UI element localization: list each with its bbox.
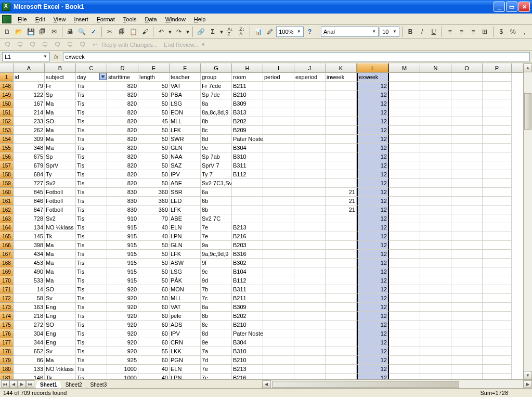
font-combo[interactable]: Arial ▼	[321, 27, 379, 37]
cell[interactable]	[294, 356, 326, 365]
cell[interactable]: B209	[232, 126, 263, 135]
cell[interactable]	[263, 267, 294, 276]
cell[interactable]: 9c	[201, 267, 232, 276]
cell[interactable]	[263, 152, 294, 161]
cell[interactable]	[420, 206, 451, 214]
cell[interactable]: 820	[107, 117, 138, 126]
cell[interactable]: Sv2 7C	[201, 214, 232, 223]
open-icon[interactable]: 📂	[14, 26, 24, 37]
cell[interactable]: Fotboll	[45, 197, 76, 206]
cell[interactable]	[326, 223, 357, 232]
cell[interactable]	[483, 312, 512, 321]
cell[interactable]: 12	[357, 267, 389, 276]
cell[interactable]	[389, 179, 420, 188]
cell[interactable]	[420, 126, 451, 135]
row-header[interactable]: 162	[0, 206, 14, 214]
cell[interactable]	[389, 303, 420, 312]
cell[interactable]: 846	[14, 197, 45, 206]
cell[interactable]	[294, 214, 326, 223]
cell[interactable]: 820	[107, 99, 138, 108]
font-size-combo[interactable]: 10 ▼	[380, 27, 399, 37]
cell[interactable]: Eng	[45, 303, 76, 312]
cell[interactable]	[326, 259, 357, 267]
cell[interactable]: 21	[326, 188, 357, 197]
cell[interactable]	[326, 321, 357, 329]
cell[interactable]: Sv2 7C1,Sv2 7E	[201, 179, 232, 188]
cell[interactable]	[451, 179, 483, 188]
cell[interactable]: 830	[107, 188, 138, 197]
cell[interactable]: 58	[14, 294, 45, 303]
cell[interactable]	[294, 267, 326, 276]
cell[interactable]: 684	[14, 170, 45, 179]
tab-last-icon[interactable]: ⏭	[26, 380, 34, 388]
cell[interactable]	[451, 365, 483, 374]
row-header[interactable]: 174	[0, 312, 14, 321]
autosum-icon[interactable]: Σ	[207, 26, 218, 37]
cell[interactable]: 8a	[201, 303, 232, 312]
row-header[interactable]: 167	[0, 250, 14, 259]
cell[interactable]: 12	[357, 303, 389, 312]
cell[interactable]: Tis	[76, 91, 107, 99]
cell[interactable]: Ma	[45, 241, 76, 250]
cell[interactable]	[451, 223, 483, 232]
menu-file[interactable]: File	[14, 15, 31, 23]
paste-icon[interactable]: 📋	[128, 26, 138, 37]
redo-icon[interactable]: ↷	[174, 26, 184, 37]
cell[interactable]: SBR	[170, 188, 201, 197]
cell[interactable]	[451, 73, 483, 82]
cell[interactable]	[263, 223, 294, 232]
cell[interactable]	[483, 135, 512, 144]
cell[interactable]: 40	[138, 365, 170, 374]
cell[interactable]	[263, 312, 294, 321]
cell[interactable]: 12	[357, 99, 389, 108]
cell[interactable]: Tis	[76, 241, 107, 250]
cell[interactable]: 12	[357, 179, 389, 188]
cell[interactable]: 915	[107, 223, 138, 232]
cell[interactable]: id	[14, 73, 45, 82]
cell[interactable]: 920	[107, 312, 138, 321]
cell[interactable]: Sp	[45, 91, 76, 99]
cell[interactable]: 12	[357, 108, 389, 117]
row-header[interactable]: 153	[0, 126, 14, 135]
cell[interactable]: Sp	[45, 152, 76, 161]
cell[interactable]	[326, 276, 357, 285]
row-header[interactable]: 160	[0, 188, 14, 197]
cell[interactable]	[294, 206, 326, 214]
cell[interactable]: Tis	[76, 179, 107, 188]
scroll-up-icon[interactable]: ▲	[524, 63, 532, 72]
cell[interactable]	[483, 91, 512, 99]
menu-help[interactable]: Help	[190, 15, 210, 23]
row-header[interactable]: 158	[0, 170, 14, 179]
cell[interactable]: 6b	[201, 197, 232, 206]
cell[interactable]: B309	[232, 99, 263, 108]
cell[interactable]	[263, 108, 294, 117]
cell[interactable]: 360	[138, 206, 170, 214]
cell[interactable]: B316	[232, 250, 263, 259]
row-header[interactable]: 180	[0, 365, 14, 374]
cell[interactable]: B202	[232, 117, 263, 126]
row-header[interactable]: 165	[0, 232, 14, 241]
cell[interactable]: 12	[357, 312, 389, 321]
cell[interactable]	[294, 223, 326, 232]
cell[interactable]	[232, 206, 263, 214]
cell[interactable]	[483, 214, 512, 223]
cell[interactable]	[483, 144, 512, 152]
cell[interactable]	[389, 250, 420, 259]
cell[interactable]: 845	[14, 188, 45, 197]
cell[interactable]: Fotboll	[45, 188, 76, 197]
menu-data[interactable]: Data	[140, 15, 161, 23]
cell[interactable]: 820	[107, 126, 138, 135]
cell[interactable]: 533	[14, 276, 45, 285]
cell[interactable]: 60	[138, 338, 170, 347]
cell[interactable]	[420, 365, 451, 374]
cell[interactable]: 920	[107, 285, 138, 294]
cell[interactable]: 12	[357, 250, 389, 259]
row-header[interactable]: 155	[0, 144, 14, 152]
cell[interactable]: ABE	[170, 179, 201, 188]
column-header-J[interactable]: J	[294, 63, 326, 72]
cell[interactable]	[326, 170, 357, 179]
cell[interactable]	[483, 179, 512, 188]
cell[interactable]: NO ½klass	[45, 223, 76, 232]
cell[interactable]: Ma	[45, 356, 76, 365]
cell[interactable]: 7e	[201, 223, 232, 232]
